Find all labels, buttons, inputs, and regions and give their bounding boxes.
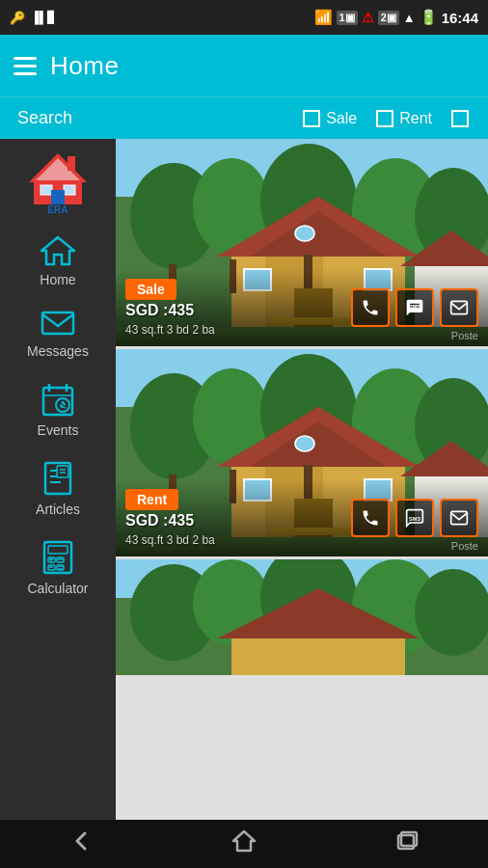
phone-button-1[interactable] <box>351 288 390 327</box>
sim1-indicator: 1▣ <box>337 11 358 25</box>
home-button[interactable] <box>211 820 277 868</box>
key-icon: 🔑 <box>10 11 25 25</box>
status-bar: 🔑 ▐▌▊ 📶 1▣ ⚠ 2▣ ▲ 🔋 16:44 <box>0 0 488 35</box>
status-left: 🔑 ▐▌▊ <box>10 11 56 25</box>
sidebar-item-messages[interactable]: Messages <box>0 297 116 368</box>
listing-image-3 <box>116 559 488 675</box>
listing-details-2: 43 sq.ft 3 bd 2 ba <box>125 533 215 547</box>
svg-rect-9 <box>42 312 73 334</box>
svg-rect-5 <box>64 185 75 195</box>
svg-rect-73 <box>295 436 314 451</box>
era-logo: ERA <box>19 149 96 216</box>
listing-actions-2: SMS <box>351 499 478 537</box>
logo-area: ERA <box>0 139 116 222</box>
svg-text:SMS: SMS <box>409 516 421 522</box>
sidebar-item-calculator[interactable]: Calculator <box>0 527 116 606</box>
email-button-1[interactable] <box>440 288 478 327</box>
rent-label: Rent <box>399 110 432 127</box>
sidebar-messages-label: Messages <box>27 343 89 359</box>
sidebar-calculator-label: Calculator <box>27 581 88 596</box>
svg-rect-21 <box>57 466 68 477</box>
sms-button-1[interactable]: SMS <box>395 288 434 327</box>
sidebar-events-label: Events <box>38 422 79 438</box>
page-title: Home <box>50 51 119 81</box>
messages-icon <box>41 311 75 338</box>
search-label[interactable]: Search <box>10 108 293 128</box>
listing-poster-1: Poste <box>451 330 478 341</box>
listing-price-1: SGD :435 <box>125 302 194 319</box>
svg-rect-83 <box>451 511 468 524</box>
network-icon: ▲ <box>403 11 416 25</box>
email-button-2[interactable] <box>440 499 478 537</box>
home-icon <box>41 235 75 266</box>
phone-button-2[interactable] <box>351 499 390 537</box>
listing-card[interactable]: Sale SGD :435 43 sq.ft 3 bd 2 ba SMS Pos… <box>116 139 488 346</box>
svg-marker-8 <box>41 237 74 264</box>
svg-rect-2 <box>68 156 75 171</box>
menu-button[interactable] <box>14 57 37 75</box>
svg-rect-91 <box>231 637 405 675</box>
svg-text:ERA: ERA <box>47 204 68 215</box>
more-filter[interactable] <box>442 110 478 127</box>
listing-card[interactable] <box>116 559 488 675</box>
listing-badge-1: Sale <box>125 279 176 300</box>
svg-text:SMS: SMS <box>409 304 421 310</box>
svg-marker-93 <box>233 831 255 851</box>
toolbar: Home <box>0 35 488 96</box>
listing-badge-2: Rent <box>125 489 178 510</box>
more-checkbox[interactable] <box>451 110 469 127</box>
wifi-icon: 📶 <box>314 9 333 26</box>
status-right: 📶 1▣ ⚠ 2▣ ▲ 🔋 16:44 <box>314 9 479 26</box>
filter-bar: Search Sale Rent <box>0 96 488 139</box>
listings-panel[interactable]: Sale SGD :435 43 sq.ft 3 bd 2 ba SMS Pos… <box>116 139 488 820</box>
sidebar-item-articles[interactable]: Articles <box>0 448 116 527</box>
svg-rect-4 <box>41 185 52 195</box>
listing-card[interactable]: Rent SGD :435 43 sq.ft 3 bd 2 ba SMS Pos… <box>116 349 488 556</box>
clock: 16:44 <box>442 10 478 26</box>
main-content: ERA Home Messages <box>0 139 488 820</box>
back-button[interactable] <box>48 820 114 868</box>
listing-details-1: 43 sq.ft 3 bd 2 ba <box>125 323 215 337</box>
bottom-nav <box>0 820 488 868</box>
rent-filter[interactable]: Rent <box>366 110 442 127</box>
sim2-indicator: 2▣ <box>378 11 399 25</box>
sale-filter[interactable]: Sale <box>293 110 366 127</box>
listing-price-2: SGD :435 <box>125 512 194 529</box>
sidebar-home-label: Home <box>40 272 75 287</box>
svg-rect-49 <box>295 226 314 241</box>
sidebar-item-events[interactable]: Events <box>0 368 116 448</box>
recent-apps-button[interactable] <box>374 820 440 868</box>
svg-rect-6 <box>51 190 65 204</box>
calculator-icon <box>42 540 73 575</box>
alert-icon: ⚠ <box>362 10 374 25</box>
signal-bars-icon: ▐▌▊ <box>31 11 56 24</box>
battery-icon: 🔋 <box>420 9 438 26</box>
listing-actions-1: SMS <box>351 288 478 327</box>
listing-poster-2: Poste <box>451 540 478 552</box>
svg-rect-59 <box>451 301 468 313</box>
sidebar-articles-label: Articles <box>36 502 80 517</box>
svg-rect-25 <box>48 546 68 554</box>
sidebar: ERA Home Messages <box>0 139 116 820</box>
rent-checkbox[interactable] <box>376 110 393 127</box>
sms-button-2[interactable]: SMS <box>395 499 434 537</box>
sidebar-item-home[interactable]: Home <box>0 222 116 297</box>
articles-icon <box>43 461 72 496</box>
sale-label: Sale <box>326 110 357 127</box>
events-icon <box>41 382 74 417</box>
sale-checkbox[interactable] <box>303 110 320 127</box>
